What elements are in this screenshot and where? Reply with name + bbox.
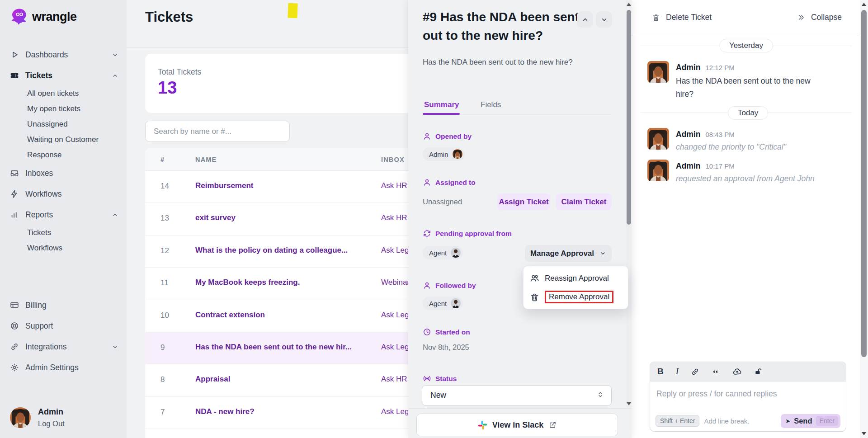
ticket-name[interactable]: exit survey <box>195 213 236 222</box>
ticket-name[interactable]: My MacBook keeps freezing. <box>195 278 300 287</box>
claim-ticket-button[interactable]: Claim Ticket <box>556 193 612 210</box>
formatting-toolbar: B I <box>650 362 846 381</box>
status-select[interactable]: New <box>422 385 612 406</box>
activity-header: Delete Ticket Collapse <box>632 0 860 35</box>
scroll-down-arrow[interactable] <box>862 432 866 435</box>
sidebar-item-label: Tickets <box>25 71 52 80</box>
scrollbar-thumb[interactable] <box>627 10 631 225</box>
sidebar-item-dashboards[interactable]: Dashboards <box>10 44 118 65</box>
total-tickets-value: 13 <box>158 78 177 98</box>
menu-item-remove-approval[interactable]: Remove Approval <box>530 291 613 303</box>
activity-panel: Delete Ticket Collapse Yesterday Admin 1… <box>632 0 868 438</box>
bold-button[interactable]: B <box>657 367 664 377</box>
sidebar-item-label: Reports <box>25 210 53 220</box>
view-in-slack-label: View in Slack <box>492 420 544 430</box>
scroll-up-arrow[interactable] <box>862 3 866 6</box>
previous-ticket-button[interactable] <box>577 11 593 28</box>
bar-chart-icon <box>10 210 19 219</box>
tab-fields[interactable]: Fields <box>481 100 501 109</box>
activity-scrollbar[interactable] <box>860 0 868 438</box>
menu-item-label: Remove Approval <box>549 292 609 301</box>
sidebar-item-my-open-tickets[interactable]: My open tickets <box>27 101 118 117</box>
sidebar-item-waiting-on-customer[interactable]: Waiting on Customer Response <box>27 132 118 163</box>
ticket-name[interactable]: Appraisal <box>195 375 230 384</box>
avatar <box>451 298 461 308</box>
scroll-up-arrow[interactable] <box>627 3 631 6</box>
message-time: 12:12 PM <box>705 64 734 71</box>
sidebar-item-integrations[interactable]: Integrations <box>10 336 118 357</box>
sidebar-item-inboxes[interactable]: Inboxes <box>10 163 118 184</box>
message-text: Has the NDA been sent out to the new hir… <box>676 75 819 101</box>
assigned-to-label: Assigned to <box>435 179 476 187</box>
logout-link[interactable]: Log Out <box>38 419 65 428</box>
tab-summary[interactable]: Summary <box>424 100 459 109</box>
ticket-name[interactable]: NDA - new hire? <box>195 407 255 416</box>
person-icon <box>423 132 431 141</box>
upload-button[interactable] <box>732 367 742 377</box>
view-in-slack-button[interactable]: View in Slack <box>416 414 618 436</box>
sidebar-item-reports-tickets[interactable]: Tickets <box>27 225 118 240</box>
sidebar-item-all-open-tickets[interactable]: All open tickets <box>27 86 118 101</box>
followed-by-label: Followed by <box>435 282 476 290</box>
italic-button[interactable]: I <box>676 367 679 377</box>
ticket-name[interactable]: Contract extension <box>195 311 265 320</box>
menu-item-label: Reassign Approval <box>545 274 609 283</box>
follower-chip[interactable]: Agent <box>423 297 463 310</box>
sidebar-nav: Dashboards Tickets All open tickets My o… <box>0 44 127 378</box>
trash-icon <box>652 14 660 22</box>
send-button[interactable]: ➤ Send Enter <box>781 414 840 428</box>
scroll-down-arrow[interactable] <box>627 402 631 405</box>
sidebar-item-tickets[interactable]: Tickets <box>10 65 118 86</box>
sidebar-item-workflows[interactable]: Workflows <box>10 184 118 204</box>
manage-approval-button[interactable]: Manage Approval <box>525 245 612 262</box>
started-on-section-header: Started on <box>423 328 470 336</box>
message-author: Admin <box>676 161 700 171</box>
sidebar-item-admin-settings[interactable]: Admin Settings <box>10 357 118 378</box>
refresh-icon <box>423 229 431 238</box>
message-header: Admin 12:12 PM <box>676 63 735 72</box>
pending-approver-chip[interactable]: Agent <box>423 246 463 259</box>
lifebuoy-icon <box>10 321 19 330</box>
detail-footer: View in Slack <box>408 408 632 438</box>
collapse-button[interactable]: Collapse <box>797 13 842 22</box>
sidebar-item-unassigned[interactable]: Unassigned <box>27 117 118 132</box>
next-ticket-button[interactable] <box>596 11 612 28</box>
ticket-inbox: Ask Leg <box>381 246 409 255</box>
menu-item-reassign-approval[interactable]: Reassign Approval <box>530 273 609 283</box>
delete-ticket-button[interactable]: Delete Ticket <box>652 13 712 22</box>
collapse-label: Collapse <box>811 13 842 22</box>
column-header-name: NAME <box>195 156 217 163</box>
ticket-name[interactable]: What is the policy on dating a colleague… <box>195 246 348 255</box>
message-author: Admin <box>676 130 700 139</box>
scrollbar-thumb[interactable] <box>861 10 867 357</box>
quote-button[interactable] <box>712 367 720 376</box>
ticket-number: 7 <box>160 408 165 417</box>
ticket-name[interactable]: Has the NDA been sent out to the new hir… <box>195 343 352 352</box>
reports-subnav: Tickets Workflows <box>27 225 118 256</box>
detail-scrollbar[interactable] <box>626 0 632 408</box>
link-button[interactable] <box>691 367 699 376</box>
sidebar-item-reports[interactable]: Reports <box>10 204 118 225</box>
ticket-number: 10 <box>160 311 169 320</box>
lock-unlocked-button[interactable] <box>754 367 763 376</box>
status-label: Status <box>435 375 457 383</box>
line-break-hint: Add line break. <box>704 417 749 425</box>
ticket-name[interactable]: Reimbursement <box>195 181 253 190</box>
chevron-up-icon <box>112 72 118 79</box>
user-name: Admin <box>38 407 65 417</box>
search-input[interactable] <box>145 121 290 142</box>
sidebar-item-reports-workflows[interactable]: Workflows <box>27 240 118 256</box>
opened-by-chip[interactable]: Admin <box>423 147 465 161</box>
assign-ticket-button[interactable]: Assign Ticket <box>497 193 550 210</box>
reply-input[interactable]: Reply or press / for canned replies <box>650 381 846 410</box>
external-link-icon <box>548 421 557 429</box>
ticket-inbox: Ask Leg <box>381 343 409 352</box>
message-author: Admin <box>676 63 700 72</box>
sidebar-item-billing[interactable]: Billing <box>10 295 118 316</box>
pending-approval-section-header: Pending approval from <box>423 229 512 238</box>
sidebar-item-support[interactable]: Support <box>10 316 118 336</box>
column-header-inbox: INBOX <box>381 156 405 163</box>
app-logo[interactable]: wrangle <box>0 0 127 26</box>
ticket-inbox: Ask Leg <box>381 407 409 416</box>
avatar <box>647 160 669 181</box>
